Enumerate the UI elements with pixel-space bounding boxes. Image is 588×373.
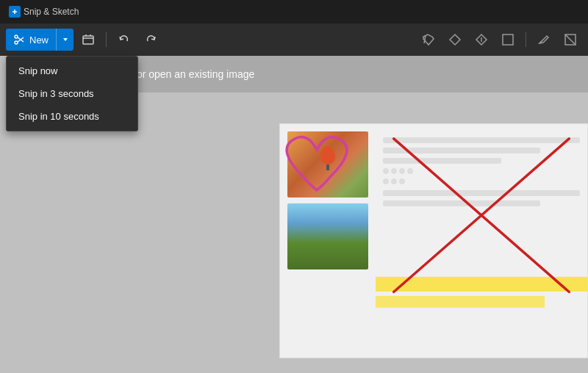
pen-button[interactable]: [532, 28, 556, 51]
redo-button[interactable]: [139, 28, 162, 51]
svg-rect-8: [83, 36, 93, 44]
yellow-highlight-2: [376, 296, 545, 308]
title-bar: Snip & Sketch: [0, 0, 588, 23]
doc-image-2: [287, 203, 368, 269]
snip-now-item[interactable]: Snip now: [7, 59, 137, 82]
snip-mode-button-1[interactable]: [417, 28, 440, 51]
svg-rect-13: [503, 35, 513, 45]
svg-marker-10: [450, 35, 460, 45]
new-button-label: New: [29, 35, 49, 46]
svg-point-4: [15, 41, 18, 44]
doc-lines: [376, 124, 587, 358]
undo-button[interactable]: [112, 28, 136, 51]
toolbar: New: [0, 23, 588, 56]
svg-marker-7: [63, 38, 68, 41]
new-button-main[interactable]: New: [6, 29, 56, 51]
toolbar-separator-2: [526, 32, 526, 47]
snip-3s-item[interactable]: Snip in 3 seconds: [7, 82, 137, 105]
new-button-group[interactable]: New: [6, 29, 74, 51]
app-icon: [9, 6, 21, 18]
document-preview: [279, 123, 588, 358]
svg-line-15: [565, 35, 576, 45]
new-dropdown-arrow[interactable]: [56, 29, 74, 51]
toolbar-separator-1: [106, 32, 107, 47]
crop-button[interactable]: [559, 28, 582, 51]
toolbar-right-icons: [417, 28, 582, 51]
yellow-highlight: [376, 277, 587, 291]
snip-mode-button-3[interactable]: [470, 28, 493, 51]
doc-images: [280, 124, 376, 358]
snip-dropdown-menu: Snip now Snip in 3 seconds Snip in 10 se…: [6, 56, 138, 131]
open-button[interactable]: [76, 28, 100, 51]
placeholder-area: screen or open an existing image: [88, 56, 588, 93]
scissors-icon: [13, 34, 25, 46]
svg-point-3: [15, 35, 18, 38]
heart-drawing: [279, 124, 361, 198]
snip-10s-item[interactable]: Snip in 10 seconds: [7, 105, 137, 128]
app-title: Snip & Sketch: [24, 7, 79, 17]
snip-mode-button-4[interactable]: [496, 28, 520, 51]
snip-mode-button-2[interactable]: [443, 28, 467, 51]
